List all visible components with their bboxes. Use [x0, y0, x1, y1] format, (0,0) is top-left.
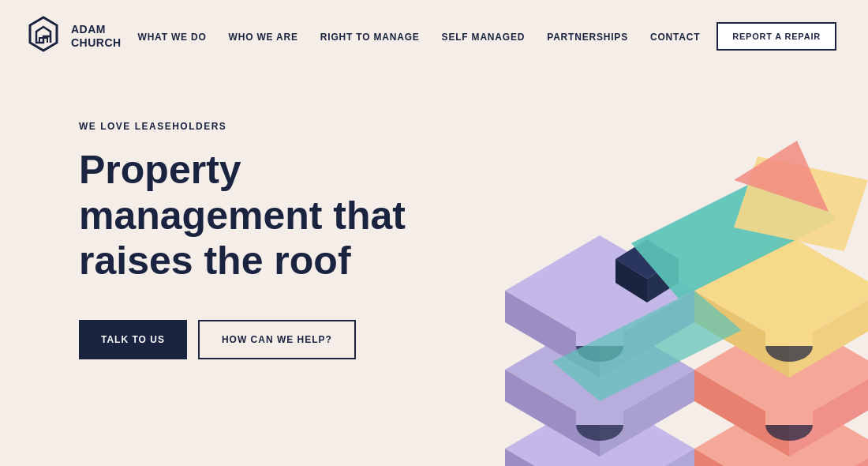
nav-item-who-we-are[interactable]: WHO WE ARE: [229, 29, 298, 43]
hero-illustration: [458, 117, 868, 466]
hero-section: WE LOVE LEASEHOLDERS Property management…: [0, 58, 868, 359]
nav-item-contact[interactable]: CONTACT: [650, 29, 700, 43]
hero-text: WE LOVE LEASEHOLDERS Property management…: [79, 105, 473, 359]
logo[interactable]: ADAM CHURCH: [24, 14, 122, 58]
svg-rect-15: [765, 409, 813, 425]
logo-text: ADAM CHURCH: [71, 23, 122, 50]
nav-item-right-to-manage[interactable]: RIGHT TO MANAGE: [320, 29, 420, 43]
nav-links: WHAT WE DO WHO WE ARE RIGHT TO MANAGE SE…: [138, 29, 701, 43]
talk-to-us-button[interactable]: TALK TO US: [79, 320, 187, 359]
nav-item-what-we-do[interactable]: WHAT WE DO: [138, 29, 207, 43]
hero-tagline: WE LOVE LEASEHOLDERS: [79, 121, 473, 132]
report-repair-button[interactable]: REPORT A REPAIR: [716, 22, 836, 51]
cta-buttons: TALK TO US HOW CAN WE HELP?: [79, 320, 473, 359]
nav-item-partnerships[interactable]: PARTNERSHIPS: [547, 29, 628, 43]
svg-rect-10: [576, 409, 623, 425]
main-nav: ADAM CHURCH WHAT WE DO WHO WE ARE RIGHT …: [0, 0, 868, 58]
svg-rect-25: [765, 330, 813, 346]
isometric-building-svg: [458, 117, 868, 466]
how-can-we-help-button[interactable]: HOW CAN WE HELP?: [198, 320, 356, 359]
nav-item-self-managed[interactable]: SELF MANAGED: [442, 29, 526, 43]
logo-icon: [24, 14, 63, 58]
hero-headline: Property management that raises the roof: [79, 148, 473, 284]
